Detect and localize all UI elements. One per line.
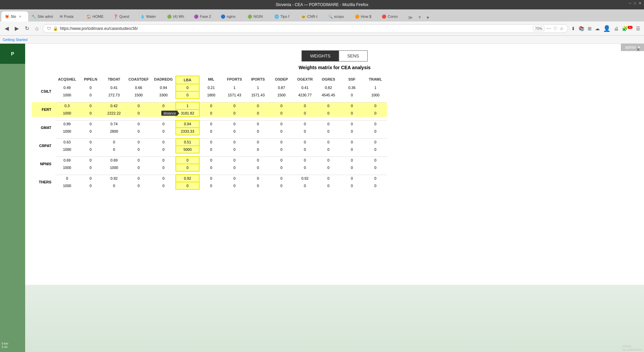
cell-csilt-fports-v2[interactable]: 1571.43 (223, 91, 246, 99)
cell-npnis-acqshel-v1[interactable]: 0.69 (55, 157, 79, 164)
cell-npnis-osdep-v1[interactable]: 0 (270, 157, 293, 164)
cell-thers-iports-v1[interactable]: 0 (246, 175, 270, 182)
cell-csilt-dadredg-v1[interactable]: 0.94 (152, 84, 176, 91)
cell-gmat-osdep-v2[interactable]: 0 (270, 128, 293, 135)
getting-started-bookmark[interactable]: Getting Started (3, 38, 28, 42)
cell-crpat-acqshel-v1[interactable]: 0.63 (55, 138, 79, 146)
star-icon[interactable]: ☆ (559, 26, 564, 31)
cell-fert-trawl-v2[interactable]: 0 (364, 109, 387, 117)
cell-npnis-fports-v1[interactable]: 0 (223, 157, 246, 164)
tab-7[interactable]: 🟢 (4) Wh (164, 11, 191, 21)
cell-npnis-iports-v1[interactable]: 0 (246, 157, 270, 164)
cell-npnis-fports-v2[interactable]: 0 (223, 164, 246, 171)
cell-fert-dadredg-v1[interactable]: 0 (152, 102, 176, 109)
cell-gmat-ssf-v1[interactable]: 0 (340, 120, 364, 128)
printer-icon[interactable]: 🖨 (613, 25, 620, 32)
cell-npnis-dadredg-v1[interactable]: 0 (152, 157, 176, 164)
cell-csilt-lba-v1[interactable]: 0 (176, 84, 199, 91)
cell-crpat-iports-v2[interactable]: 0 (246, 146, 270, 153)
cell-fert-iports-v1[interactable]: 0 (246, 102, 270, 109)
cell-crpat-tboat-v2[interactable]: 0 (102, 146, 126, 153)
cell-crpat-mil-v1[interactable]: 0 (199, 138, 223, 146)
cell-crpat-acqshel-v2[interactable]: 1000 (55, 146, 79, 153)
cell-crpat-trawl-v2[interactable]: 0 (364, 146, 387, 153)
tab-11[interactable]: 🌐 Tips f (271, 11, 298, 21)
cell-csilt-acqshel-v1[interactable]: 0.49 (55, 84, 79, 91)
minimize-btn[interactable]: ─ (629, 1, 631, 5)
bookmarks-icon[interactable]: 📚 (578, 25, 585, 32)
cell-npnis-acqshel-v2[interactable]: 1000 (55, 164, 79, 171)
cell-fert-ssf-v2[interactable]: 0 (340, 109, 364, 117)
tab-15[interactable]: 🔴 Coron (378, 11, 405, 21)
cell-gmat-coastdef-v1[interactable]: 0 (126, 120, 152, 128)
cell-csilt-lba-v2[interactable]: 0 (176, 91, 199, 99)
cell-npnis-ssf-v1[interactable]: 0 (340, 157, 364, 164)
cell-crpat-mil-v2[interactable]: 0 (199, 146, 223, 153)
cell-thers-trawl-v2[interactable]: 0 (364, 182, 387, 189)
cell-thers-ogextr-v2[interactable]: 0 (293, 182, 317, 189)
cell-fert-mil-v2[interactable]: 0 (199, 109, 223, 117)
cell-csilt-acqshel-v2[interactable]: 1000 (55, 91, 79, 99)
extensions-icon[interactable]: 🧩11 (621, 25, 634, 32)
back-button[interactable]: ◀ (3, 25, 11, 32)
cell-csilt-iports-v2[interactable]: 1571.43 (246, 91, 270, 99)
restore-btn[interactable]: □ (634, 1, 636, 5)
cell-gmat-iports-v1[interactable]: 0 (246, 120, 270, 128)
tab-3[interactable]: ✉ Posta (56, 11, 83, 21)
cell-crpat-ogextr-v2[interactable]: 0 (293, 146, 317, 153)
cell-thers-mil-v2[interactable]: 0 (199, 182, 223, 189)
cell-crpat-ssf-v2[interactable]: 0 (340, 146, 364, 153)
cell-gmat-tboat-v2[interactable]: 2800 (102, 128, 126, 135)
cell-thers-lba-v1[interactable]: 0.92 (176, 175, 199, 182)
cell-crpat-iports-v1[interactable]: 0 (246, 138, 270, 146)
cell-crpat-lba-v2[interactable]: 5000 (176, 146, 199, 153)
cell-fert-fports-v2[interactable]: 0 (223, 109, 246, 117)
tab-10[interactable]: 🟢 NGIN (244, 11, 271, 21)
cell-crpat-coastdef-v2[interactable]: 0 (126, 146, 152, 153)
weights-tab[interactable]: WEIGHTS (302, 50, 339, 61)
cell-fert-mil-v1[interactable]: 0 (199, 102, 223, 109)
sync-icon[interactable]: ☁ (594, 25, 601, 32)
cell-crpat-trawl-v1[interactable]: 0 (364, 138, 387, 146)
cell-fert-acqshel-v2[interactable]: 1000 (55, 109, 79, 117)
cell-gmat-fports-v1[interactable]: 0 (223, 120, 246, 128)
cell-crpat-ogres-v2[interactable]: 0 (317, 146, 340, 153)
cell-thers-pipeln-v1[interactable]: 0 (79, 175, 102, 182)
cell-fert-acqshel-v1[interactable]: 0.3 (55, 102, 79, 109)
cell-npnis-tboat-v1[interactable]: 0.69 (102, 157, 126, 164)
cell-gmat-lba-v2[interactable]: 2333.33 (176, 128, 199, 135)
new-tab-btn[interactable]: + (416, 13, 424, 21)
cell-gmat-ogres-v1[interactable]: 0 (317, 120, 340, 128)
cell-csilt-ssf-v1[interactable]: 0.36 (340, 84, 364, 91)
cell-thers-tboat-v1[interactable]: 0.92 (102, 175, 126, 182)
cell-csilt-trawl-v2[interactable]: 1000 (364, 91, 387, 99)
cell-crpat-fports-v1[interactable]: 0 (223, 138, 246, 146)
cell-gmat-trawl-v1[interactable]: 0 (364, 120, 387, 128)
cell-gmat-ogextr-v2[interactable]: 0 (293, 128, 317, 135)
cell-npnis-coastdef-v1[interactable]: 0 (126, 157, 152, 164)
tab-8[interactable]: 🟣 Fase 2 (191, 11, 217, 21)
tab-4[interactable]: 🏠 HOME (83, 11, 110, 21)
cell-crpat-lba-v1[interactable]: 0.51 (176, 138, 199, 146)
cell-crpat-ssf-v1[interactable]: 0 (340, 138, 364, 146)
cell-thers-ssf-v2[interactable]: 0 (340, 182, 364, 189)
sens-tab[interactable]: SENS (339, 50, 367, 61)
cell-csilt-pipeln-v2[interactable]: 0 (79, 91, 102, 99)
reload-button[interactable]: ↻ (23, 25, 31, 32)
cell-crpat-osdep-v1[interactable]: 0 (270, 138, 293, 146)
cell-gmat-dadredg-v1[interactable]: 0 (152, 120, 176, 128)
cell-thers-ogextr-v1[interactable]: 0.92 (293, 175, 317, 182)
cell-crpat-ogres-v1[interactable]: 0 (317, 138, 340, 146)
cell-gmat-mil-v1[interactable]: 0 (199, 120, 223, 128)
home-button[interactable]: ⌂ (33, 25, 41, 32)
cell-gmat-osdep-v1[interactable]: 0 (270, 120, 293, 128)
cell-crpat-tboat-v1[interactable]: 0 (102, 138, 126, 146)
cell-gmat-ogextr-v1[interactable]: 0 (293, 120, 317, 128)
cell-crpat-fports-v2[interactable]: 0 (223, 146, 246, 153)
cell-csilt-fports-v1[interactable]: 1 (223, 84, 246, 91)
cell-gmat-coastdef-v2[interactable]: 0 (126, 128, 152, 135)
tab-more-btn[interactable]: ≫ (405, 13, 416, 21)
cell-npnis-pipeln-v2[interactable]: 0 (79, 164, 102, 171)
tab-14[interactable]: 🟠 How $ (352, 11, 378, 21)
profile-icon[interactable]: 👤 (602, 24, 611, 33)
